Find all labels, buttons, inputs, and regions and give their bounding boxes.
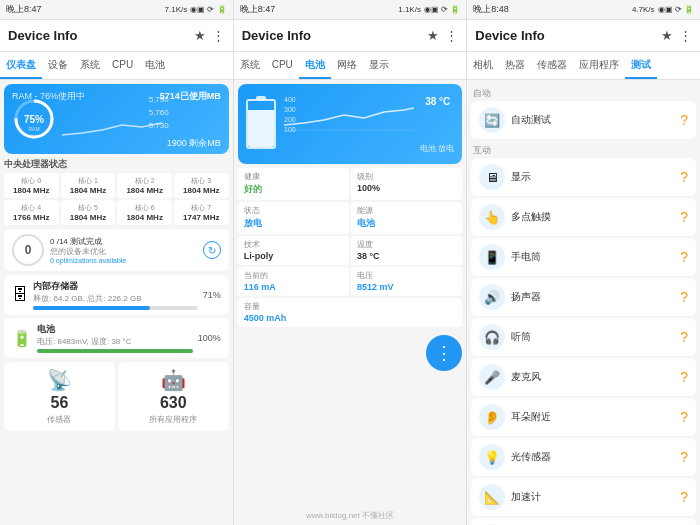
tab-battery[interactable]: 电池	[139, 52, 171, 79]
svg-text:300: 300	[284, 106, 296, 113]
menu-icon-1[interactable]: ⋮	[212, 28, 225, 43]
star-icon-3[interactable]: ★	[661, 28, 673, 43]
item-accelerometer[interactable]: 📐 加速计 ?	[471, 478, 696, 516]
svg-text:75%: 75%	[24, 114, 44, 125]
core-1: 核心 1 1804 MHz	[61, 173, 116, 198]
refresh-button[interactable]: ↻	[203, 241, 221, 259]
status-bar-1: 晚上8:47 7.1K/s ◉▣ ⟳ 🔋	[0, 0, 233, 20]
item-display[interactable]: 🖥 显示 ?	[471, 158, 696, 196]
apps-icon: 🤖	[161, 368, 186, 392]
core-2: 核心 2 1804 MHz	[117, 173, 172, 198]
item-auto-test[interactable]: 🔄 自动测试 ?	[471, 101, 696, 139]
fab-button[interactable]: ⋮	[426, 335, 462, 371]
core-3: 核心 3 1804 MHz	[174, 173, 229, 198]
battery-temp: 38 °C	[425, 96, 450, 107]
battery-icon: 🔋	[12, 329, 32, 348]
battery-card: 🔋 电池 电压: 8483mV, 温度: 38 °C 100%	[4, 318, 229, 358]
tab-display-2[interactable]: 显示	[363, 52, 395, 79]
star-icon-2[interactable]: ★	[427, 28, 439, 43]
tab-network-2[interactable]: 网络	[331, 52, 363, 79]
menu-icon-3[interactable]: ⋮	[679, 28, 692, 43]
speed-2: 1.1K/s	[398, 5, 421, 14]
batt-capacity: 容量 4500 mAh	[238, 298, 463, 327]
core-4: 核心 4 1766 MHz	[4, 200, 59, 225]
storage-info: 内部存储器 释放: 64.2 GB, 总共: 226.2 GB	[33, 280, 198, 310]
panel-header-2: Device Info ★ ⋮	[234, 20, 467, 52]
tab-cpu[interactable]: CPU	[106, 52, 139, 79]
item-multitouch[interactable]: 👆 多点触摸 ?	[471, 198, 696, 236]
section-interact: 互动	[471, 141, 696, 158]
bottom-stats: 📡 56 传感器 🤖 630 所有应用程序	[4, 362, 229, 431]
panel3-content: 自动 🔄 自动测试 ? 互动 🖥 显示 ? 👆 多点触摸 ?	[467, 80, 700, 525]
auto-test-arrow: ?	[680, 112, 688, 128]
time-2: 晚上8:47	[240, 3, 276, 16]
svg-text:RAM: RAM	[28, 126, 39, 132]
panel-battery: 晚上8:47 1.1K/s ◉▣ ⟳ 🔋 Device Info ★ ⋮ 系统 …	[234, 0, 468, 525]
tab-battery-2[interactable]: 电池	[299, 52, 331, 79]
sensors-val: 56	[51, 394, 69, 412]
cpu-grid: 核心 0 1804 MHz 核心 1 1804 MHz 核心 2 1804 MH…	[4, 173, 229, 225]
batt-temp-info: 温度 38 °C	[351, 236, 462, 265]
speaker-icon: 🔊	[479, 284, 505, 310]
tab-dashboard[interactable]: 仪表盘	[0, 52, 42, 79]
storage-card: 🗄 内部存储器 释放: 64.2 GB, 总共: 226.2 GB 71%	[4, 275, 229, 315]
core-6: 核心 6 1804 MHz	[117, 200, 172, 225]
storage-pct: 71%	[203, 290, 221, 300]
battery-chart-label: 电池 放电	[420, 143, 454, 154]
apps-card: 🤖 630 所有应用程序	[118, 362, 229, 431]
item-flashlight[interactable]: 📱 手电筒 ?	[471, 238, 696, 276]
tab-bar-2: 系统 CPU 电池 网络 显示	[234, 52, 467, 80]
proximity-icon: 👂	[479, 404, 505, 430]
panel1-content: RAM - 76%使用中 75% RAM 5714已使用MB	[0, 80, 233, 525]
tab-sensors-3[interactable]: 传感器	[531, 52, 573, 79]
speed-3: 4.7K/s	[632, 5, 655, 14]
ram-chart	[62, 115, 162, 140]
item-speaker[interactable]: 🔊 扬声器 ?	[471, 278, 696, 316]
star-icon-1[interactable]: ★	[194, 28, 206, 43]
item-earpiece[interactable]: 🎧 听筒 ?	[471, 318, 696, 356]
battery-header-card: 38 °C 400 300 200 100 电池 放电	[238, 84, 463, 164]
panel-header-3: Device Info ★ ⋮	[467, 20, 700, 52]
panel-tests: 晚上8:48 4.7K/s ◉▣ ⟳ 🔋 Device Info ★ ⋮ 相机 …	[467, 0, 700, 525]
tab-camera[interactable]: 相机	[467, 52, 499, 79]
item-proximity[interactable]: 👂 耳朵附近 ?	[471, 398, 696, 436]
sensors-card: 📡 56 传感器	[4, 362, 115, 431]
batt-level: 级别 100%	[351, 168, 462, 200]
item-light-sensor[interactable]: 💡 光传感器 ?	[471, 438, 696, 476]
status-bar-2: 晚上8:47 1.1K/s ◉▣ ⟳ 🔋	[234, 0, 467, 20]
time-3: 晚上8:48	[473, 3, 509, 16]
flashlight-icon: 📱	[479, 244, 505, 270]
panel-title-1: Device Info	[8, 28, 77, 43]
core-5: 核心 5 1804 MHz	[61, 200, 116, 225]
accelerometer-icon: 📐	[479, 484, 505, 510]
tab-thermal[interactable]: 热器	[499, 52, 531, 79]
battery-chart: 38 °C 400 300 200 100 电池 放电	[284, 94, 455, 154]
apps-val: 630	[160, 394, 187, 412]
time-1: 晚上8:47	[6, 3, 42, 16]
tab-system-2[interactable]: 系统	[234, 52, 266, 79]
ram-total: 1900 剩余MB	[167, 137, 221, 150]
apps-label: 所有应用程序	[149, 414, 197, 425]
section-auto: 自动	[471, 84, 696, 101]
tab-system[interactable]: 系统	[74, 52, 106, 79]
auto-test-label: 自动测试	[511, 113, 674, 127]
core-0: 核心 0 1804 MHz	[4, 173, 59, 198]
tab-apps-3[interactable]: 应用程序	[573, 52, 625, 79]
battery-progress	[37, 349, 193, 353]
battery-info-grid: 健康 好的 级别 100% 状态 放电 能源 电池	[238, 168, 463, 327]
batt-status: 状态 放电	[238, 202, 349, 234]
storage-icon: 🗄	[12, 286, 28, 304]
tab-bar-3: 相机 热器 传感器 应用程序 测试	[467, 52, 700, 80]
item-vibration[interactable]: 📳 震动 ?	[471, 518, 696, 525]
tab-cpu-2[interactable]: CPU	[266, 52, 299, 79]
svg-text:200: 200	[284, 116, 296, 123]
item-mic[interactable]: 🎤 麦克风 ?	[471, 358, 696, 396]
tab-device[interactable]: 设备	[42, 52, 74, 79]
panel-header-1: Device Info ★ ⋮	[0, 20, 233, 52]
tab-tests[interactable]: 测试	[625, 52, 657, 79]
ram-svg: 75% RAM	[12, 97, 56, 141]
panel-dashboard: 晚上8:47 7.1K/s ◉▣ ⟳ 🔋 Device Info ★ ⋮ 仪表盘…	[0, 0, 234, 525]
auto-test-icon: 🔄	[479, 107, 505, 133]
menu-icon-2[interactable]: ⋮	[445, 28, 458, 43]
mic-icon: 🎤	[479, 364, 505, 390]
